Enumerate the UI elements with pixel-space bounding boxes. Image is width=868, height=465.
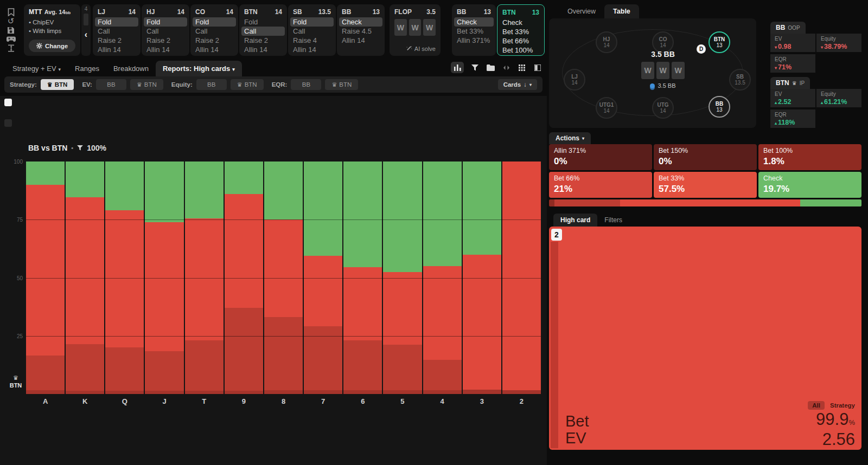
chart-title: BB vs BTN• 100% [28, 144, 106, 152]
action-frequency: 1.8% [763, 156, 857, 167]
node-panel-sb[interactable]: SB13.5FoldCallRaise 4Allin 14 [288, 4, 336, 56]
bookmark-icon[interactable] [6, 8, 16, 16]
node-action[interactable]: Allin 14 [144, 45, 187, 54]
equity-btn-toggle[interactable]: ♛BTN [231, 79, 264, 90]
ev-btn-toggle[interactable]: ♛BTN [130, 79, 163, 90]
bar-8[interactable] [264, 162, 303, 394]
action-tile-bet-100-[interactable]: Bet 100%1.8% [758, 144, 861, 170]
node-action[interactable]: Call [290, 27, 334, 36]
node-action[interactable]: Call [95, 27, 138, 36]
bar-5[interactable] [383, 162, 422, 394]
ev-bb-toggle[interactable]: BB [96, 79, 126, 90]
node-action[interactable]: Fold [193, 17, 236, 27]
eqr-bb-toggle[interactable]: BB [291, 79, 321, 90]
action-tile-bet-33-[interactable]: Bet 33%57.5% [654, 172, 757, 198]
node-action[interactable]: Raise 2 [144, 36, 187, 45]
save-icon[interactable] [6, 26, 16, 35]
node-action[interactable]: Bet 33% [500, 27, 542, 36]
tab-filters[interactable]: Filters [597, 214, 629, 227]
row-height-icon[interactable] [6, 44, 16, 53]
node-action[interactable]: Call [193, 27, 236, 36]
node-action[interactable]: Fold [241, 17, 285, 27]
bar-T[interactable] [185, 162, 224, 394]
filter-icon[interactable] [470, 63, 480, 73]
equity-bb-toggle[interactable]: BB [196, 79, 227, 90]
tab-breakdown[interactable]: Breakdown [106, 61, 156, 76]
strategy-btn-toggle[interactable]: ♛BTN [41, 79, 74, 90]
node-action[interactable]: Fold [290, 17, 334, 27]
node-action[interactable]: Check [454, 17, 494, 27]
node-action[interactable]: Allin 14 [339, 36, 382, 45]
node-action[interactable]: Raise 2 [95, 36, 138, 45]
bar-Q[interactable] [105, 162, 144, 394]
bar-2[interactable] [502, 162, 541, 394]
high-card-detail-panel[interactable]: 2 Bet EV All Strategy 99.9% 2.56 [549, 227, 861, 450]
bar-K[interactable] [66, 162, 104, 394]
node-action[interactable]: Check [339, 17, 382, 27]
node-action[interactable]: Allin 14 [95, 45, 138, 54]
bar-J[interactable] [145, 162, 183, 394]
node-panel-lj[interactable]: LJ14FoldCallRaise 2Allin 14 [93, 4, 141, 56]
action-tile-bet-150-[interactable]: Bet 150%0% [654, 144, 757, 170]
node-action[interactable]: Call [241, 27, 285, 36]
action-frequency: 19.7% [763, 184, 857, 195]
bar-6[interactable] [343, 162, 382, 394]
node-action[interactable]: Raise 2 [193, 36, 236, 45]
node-panel-hj[interactable]: HJ14FoldCallRaise 2Allin 14 [142, 4, 189, 56]
inactive-solve-indicator[interactable] [4, 119, 12, 127]
node-panel-btn[interactable]: BTN13CheckBet 33%Bet 66%Bet 100%Bet 150%… [497, 4, 545, 56]
bar-3[interactable] [463, 162, 501, 394]
bar-4[interactable] [423, 162, 462, 394]
bar-chart-icon[interactable] [451, 62, 464, 73]
gamepad-icon[interactable] [6, 35, 16, 44]
node-action[interactable]: Allin 14 [290, 45, 334, 54]
node-action[interactable]: Bet 33% [454, 27, 494, 36]
action-tile-bet-66-[interactable]: Bet 66%21% [549, 172, 652, 198]
node-action[interactable]: Raise 4 [290, 36, 334, 45]
action-tile-check[interactable]: Check19.7% [758, 172, 861, 198]
node-action[interactable]: Allin 14 [241, 45, 285, 54]
bar-7[interactable] [304, 162, 342, 394]
node-action[interactable]: Check [500, 18, 542, 27]
tab-overview[interactable]: Overview [559, 4, 604, 18]
node-panel-bb[interactable]: BB13CheckBet 33%Allin 371% [452, 4, 496, 56]
node-panel-co[interactable]: CO14FoldCallRaise 2Allin 14 [190, 4, 238, 56]
tab-strategy-ev[interactable]: Strategy + EV▾ [5, 61, 68, 76]
collapse-chevron-icon[interactable]: ‹ [85, 30, 87, 40]
node-action[interactable]: Bet 100% [500, 46, 542, 55]
node-action[interactable]: Raise 4.5 [339, 27, 382, 36]
node-action[interactable]: Allin 14 [193, 45, 236, 54]
node-action[interactable]: Bet 150% [500, 55, 542, 56]
segment-bet33 [304, 256, 342, 326]
node-action[interactable]: Bet 66% [500, 36, 542, 46]
all-toggle[interactable]: All [808, 401, 825, 410]
change-button[interactable]: Change [29, 40, 75, 52]
ai-solve-button[interactable]: AI solve [406, 46, 436, 52]
tab-high-card[interactable]: High card [553, 214, 597, 227]
collapsed-node-strip[interactable]: 4 ‹ [81, 4, 91, 56]
node-action[interactable]: Call [144, 27, 187, 36]
segment-bet33 [185, 218, 224, 340]
node-action[interactable]: Fold [144, 17, 187, 27]
node-panel-btn[interactable]: BTN14FoldCallRaise 2Allin 14 [239, 4, 287, 56]
node-action[interactable]: Allin 371% [454, 36, 494, 45]
action-tile-allin-371-[interactable]: Allin 371%0% [549, 144, 652, 170]
tab-ranges[interactable]: Ranges [68, 61, 106, 76]
tab-reports[interactable]: Reports: High cards▾ [156, 61, 242, 76]
reset-icon[interactable]: ↺ [6, 16, 16, 26]
strategy-toggle[interactable]: Strategy [830, 402, 855, 409]
actions-dropdown[interactable]: Actions▾ [549, 132, 591, 144]
cards-sort-dropdown[interactable]: Cards↓▾ [498, 79, 537, 90]
layout-icon[interactable] [533, 63, 542, 73]
node-action[interactable]: Fold [95, 17, 138, 27]
bar-9[interactable] [225, 162, 263, 394]
bar-A[interactable] [26, 162, 65, 394]
active-solve-indicator[interactable] [4, 99, 12, 106]
node-panel-bb[interactable]: BB13CheckRaise 4.5Allin 14 [337, 4, 385, 56]
folder-icon[interactable] [486, 63, 495, 73]
node-action[interactable]: Raise 2 [241, 36, 285, 45]
compare-arrows-icon[interactable] [501, 63, 511, 73]
grid-icon[interactable] [517, 63, 527, 73]
eqr-btn-toggle[interactable]: ♛BTN [325, 79, 358, 90]
tab-table[interactable]: Table [604, 4, 639, 18]
